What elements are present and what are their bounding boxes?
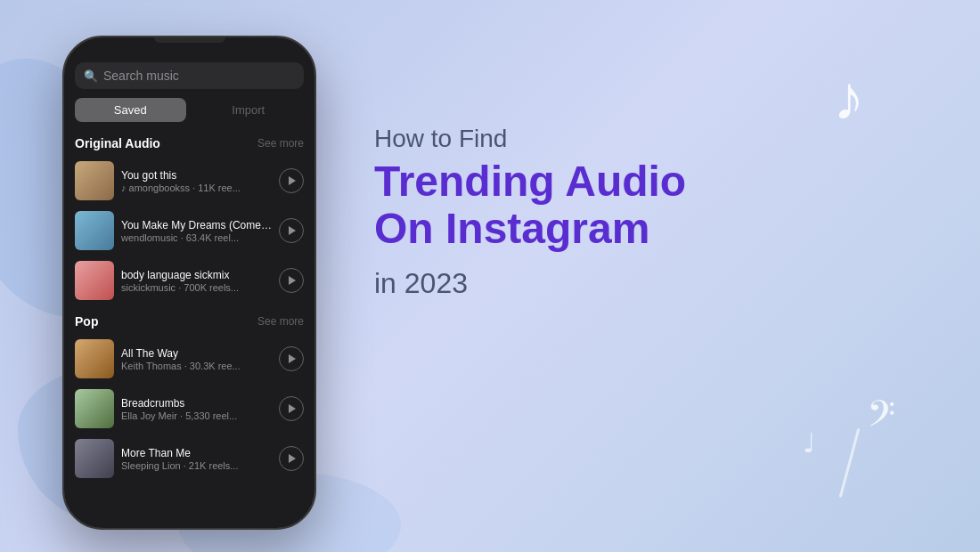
main-title-line1: Trending Audio	[374, 158, 686, 205]
list-item[interactable]: All The Way Keith Thomas · 30.3K ree...	[64, 334, 314, 384]
year-text: in 2023	[374, 267, 909, 300]
list-item[interactable]: You got this ♪ amongbookss · 11K ree...	[64, 156, 314, 206]
see-more-pop[interactable]: See more	[257, 315, 304, 328]
track-subtitle: Keith Thomas · 30.3K ree...	[121, 361, 272, 371]
track-info: More Than Me Sleeping Lion · 21K reels..…	[121, 447, 272, 471]
section-pop-title: Pop	[75, 314, 98, 329]
play-button[interactable]	[279, 218, 304, 243]
track-info: You got this ♪ amongbookss · 11K ree...	[121, 169, 272, 193]
play-button[interactable]	[279, 396, 304, 421]
track-info: Breadcrumbs Ella Joy Meir · 5,330 reel..…	[121, 397, 272, 421]
tab-import[interactable]: Import	[193, 98, 305, 122]
track-subtitle: sickickmusic · 700K reels...	[121, 282, 272, 293]
play-icon	[289, 354, 296, 363]
search-bar[interactable]: 🔍 Search music	[75, 62, 304, 89]
track-info: body language sickmix sickickmusic · 700…	[121, 269, 272, 293]
play-icon	[289, 454, 296, 463]
list-item[interactable]: More Than Me Sleeping Lion · 21K reels..…	[64, 434, 314, 483]
tab-row: Saved Import	[75, 98, 304, 122]
track-info: You Make My Dreams (Come Tru... wendlomu…	[121, 219, 272, 243]
track-thumbnail	[75, 211, 114, 250]
track-subtitle: ♪ amongbookss · 11K ree...	[121, 183, 272, 193]
play-button[interactable]	[279, 446, 304, 471]
track-title: More Than Me	[121, 447, 272, 459]
section-original-audio-title: Original Audio	[75, 136, 160, 150]
see-more-original[interactable]: See more	[257, 137, 304, 150]
music-note-icon: ♪	[833, 62, 864, 134]
track-subtitle: Sleeping Lion · 21K reels...	[121, 460, 272, 471]
phone-mockup: 🔍 Search music Saved Import Original Aud…	[62, 36, 316, 530]
play-button[interactable]	[279, 268, 304, 293]
track-title: body language sickmix	[121, 269, 272, 281]
music-note-small-icon: ♩	[803, 427, 815, 459]
music-note-line-deco	[839, 428, 861, 498]
search-icon: 🔍	[84, 69, 98, 83]
bass-clef-icon: 𝄢	[867, 393, 895, 445]
section-original-audio-header: Original Audio See more	[64, 133, 314, 156]
track-title: Breadcrumbs	[121, 397, 272, 410]
main-title: Trending Audio On Instagram	[374, 158, 909, 253]
phone-notch	[154, 37, 225, 43]
section-pop-header: Pop See more	[64, 311, 314, 334]
list-item[interactable]: You Make My Dreams (Come Tru... wendlomu…	[64, 206, 314, 256]
play-button[interactable]	[279, 346, 304, 371]
track-thumbnail	[75, 339, 114, 378]
list-item[interactable]: body language sickmix sickickmusic · 700…	[64, 256, 314, 305]
search-input[interactable]: Search music	[103, 69, 179, 83]
track-thumbnail	[75, 389, 114, 428]
track-thumbnail	[75, 261, 114, 300]
right-content-area: How to Find Trending Audio On Instagram …	[374, 125, 909, 300]
play-icon	[289, 226, 296, 235]
track-title: All The Way	[121, 347, 272, 360]
track-title: You got this	[121, 169, 272, 182]
play-icon	[289, 404, 296, 413]
track-subtitle: wendlomusic · 63.4K reel...	[121, 232, 272, 243]
phone-screen: 🔍 Search music Saved Import Original Aud…	[64, 37, 314, 528]
track-subtitle: Ella Joy Meir · 5,330 reel...	[121, 410, 272, 421]
phone-frame: 🔍 Search music Saved Import Original Aud…	[62, 36, 316, 530]
play-button[interactable]	[279, 168, 304, 193]
play-icon	[289, 276, 296, 285]
main-title-line2: On Instagram	[374, 205, 649, 252]
track-thumbnail	[75, 161, 114, 200]
track-title: You Make My Dreams (Come Tru...	[121, 219, 272, 231]
track-thumbnail	[75, 439, 114, 478]
list-item[interactable]: Breadcrumbs Ella Joy Meir · 5,330 reel..…	[64, 384, 314, 434]
track-info: All The Way Keith Thomas · 30.3K ree...	[121, 347, 272, 371]
how-to-find-text: How to Find	[374, 125, 909, 153]
play-icon	[289, 176, 296, 185]
tab-saved[interactable]: Saved	[75, 98, 186, 122]
